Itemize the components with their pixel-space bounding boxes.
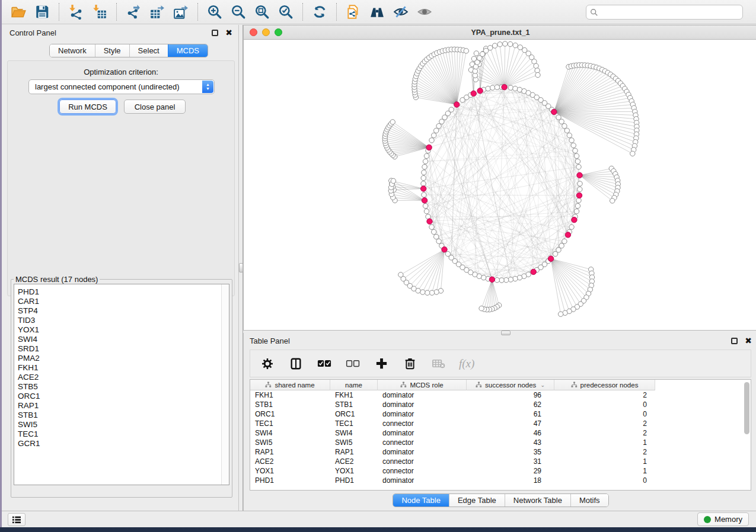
apply-layout-button[interactable] — [308, 2, 331, 21]
show-details-button[interactable] — [413, 2, 436, 21]
network-node[interactable] — [578, 187, 582, 191]
network-node[interactable] — [508, 41, 512, 46]
horizontal-splitter-grip[interactable] — [501, 331, 511, 335]
mcds-node[interactable] — [531, 269, 536, 274]
network-node[interactable] — [574, 153, 579, 158]
mcds-node[interactable] — [576, 193, 582, 198]
memory-button[interactable]: Memory — [697, 512, 749, 526]
mcds-node[interactable] — [421, 186, 426, 191]
network-node[interactable] — [513, 43, 518, 47]
show-columns-button[interactable] — [288, 356, 304, 371]
column-header-mcds-role[interactable]: MCDS role — [378, 380, 467, 390]
mcds-node-item[interactable]: FKH1 — [14, 363, 229, 373]
table-scrollbar[interactable] — [744, 382, 749, 434]
network-node[interactable] — [420, 290, 425, 294]
network-node[interactable] — [434, 290, 439, 294]
network-node[interactable] — [564, 128, 569, 133]
mcds-node[interactable] — [454, 102, 460, 107]
mcds-node[interactable] — [426, 145, 432, 150]
network-node[interactable] — [495, 85, 499, 89]
network-window-titlebar[interactable]: YPA_prune.txt_1 — [244, 25, 756, 40]
network-node[interactable] — [429, 290, 434, 295]
network-node[interactable] — [578, 181, 582, 186]
table-row[interactable]: TEC1TEC1connector472 — [250, 419, 751, 428]
network-node[interactable] — [473, 69, 477, 73]
network-node[interactable] — [422, 165, 427, 169]
mcds-node-item[interactable]: YOX1 — [14, 325, 229, 335]
network-node[interactable] — [575, 203, 580, 208]
network-node[interactable] — [424, 153, 429, 158]
open-button[interactable] — [7, 2, 30, 21]
clone-network-button[interactable] — [342, 2, 365, 21]
network-node[interactable] — [569, 225, 574, 229]
network-node[interactable] — [508, 85, 513, 90]
mcds-node-item[interactable]: STB1 — [14, 411, 229, 420]
mcds-node-item[interactable]: TID3 — [14, 316, 229, 325]
column-header-name[interactable]: name — [330, 380, 378, 390]
zoom-selected-button[interactable] — [274, 2, 298, 21]
search-box[interactable] — [586, 5, 743, 20]
mcds-node-item[interactable]: ACE2 — [14, 373, 229, 382]
mcds-node[interactable] — [577, 172, 582, 178]
tab-node-table[interactable]: Node Table — [393, 494, 449, 507]
export-table-button[interactable] — [145, 2, 169, 21]
network-node[interactable] — [432, 133, 436, 137]
table-row[interactable]: ORC1ORC1dominator610 — [250, 409, 751, 419]
column-header-predecessor-nodes[interactable]: predecessor nodes — [554, 380, 655, 390]
network-node[interactable] — [610, 198, 615, 203]
network-node[interactable] — [575, 159, 580, 164]
table-settings-button[interactable] — [260, 356, 275, 371]
mcds-node-item[interactable]: SWI5 — [14, 420, 229, 430]
table-row[interactable]: STB1STB1dominator620 — [250, 400, 751, 409]
mcds-node[interactable] — [427, 219, 432, 224]
network-node[interactable] — [436, 239, 441, 243]
sort-indicator-icon[interactable]: ⌄ — [540, 382, 545, 388]
network-node[interactable] — [574, 209, 579, 214]
network-node[interactable] — [571, 143, 576, 148]
network-node[interactable] — [535, 68, 540, 73]
network-node[interactable] — [559, 119, 564, 124]
mcds-node[interactable] — [565, 232, 570, 238]
network-node[interactable] — [434, 128, 439, 133]
mcds-node[interactable] — [442, 247, 447, 252]
close-panel-icon[interactable]: ✖ — [745, 338, 752, 344]
network-node[interactable] — [390, 120, 395, 124]
float-panel-icon[interactable] — [731, 338, 738, 344]
network-node[interactable] — [503, 41, 508, 46]
network-node[interactable] — [576, 165, 581, 169]
tab-network-table[interactable]: Network Table — [505, 494, 570, 507]
delete-column-button[interactable] — [402, 356, 417, 371]
mcds-node[interactable] — [477, 88, 483, 94]
mcds-node-item[interactable]: STP4 — [14, 306, 229, 316]
network-node[interactable] — [576, 198, 581, 203]
tab-select[interactable]: Select — [129, 44, 168, 57]
network-node[interactable] — [422, 193, 426, 197]
tab-mcds[interactable]: MCDS — [168, 44, 208, 57]
save-button[interactable] — [30, 2, 54, 21]
import-network-button[interactable] — [64, 2, 88, 21]
mcds-node-item[interactable]: CAR1 — [14, 297, 229, 306]
network-graph[interactable] — [244, 40, 756, 330]
network-node[interactable] — [562, 124, 567, 129]
network-node[interactable] — [424, 209, 429, 214]
tab-motifs[interactable]: Motifs — [570, 494, 608, 507]
mcds-node[interactable] — [489, 277, 495, 282]
mcds-node-item[interactable]: SRD1 — [14, 344, 229, 354]
network-node[interactable] — [499, 278, 504, 283]
mcds-node[interactable] — [422, 198, 427, 203]
column-header-successor-nodes[interactable]: successor nodes⌄ — [467, 380, 554, 390]
import-table-button[interactable] — [88, 2, 111, 21]
list-scrollbar[interactable] — [221, 284, 229, 485]
network-node[interactable] — [508, 277, 513, 282]
hide-details-button[interactable] — [389, 2, 413, 21]
network-node[interactable] — [421, 181, 426, 186]
network-node[interactable] — [464, 49, 468, 53]
mcds-result-list[interactable]: PHD1CAR1STP4TID3YOX1SWI4SRD1PMA2FKH1ACE2… — [14, 284, 229, 485]
network-node[interactable] — [535, 72, 540, 77]
network-node[interactable] — [429, 138, 434, 143]
mcds-node-item[interactable]: RAP1 — [14, 401, 229, 411]
network-node[interactable] — [445, 251, 450, 256]
table-row[interactable]: ACE2ACE2connector311 — [250, 457, 751, 466]
mcds-node-item[interactable]: PHD1 — [14, 284, 229, 297]
first-neighbors-button[interactable] — [365, 2, 389, 21]
